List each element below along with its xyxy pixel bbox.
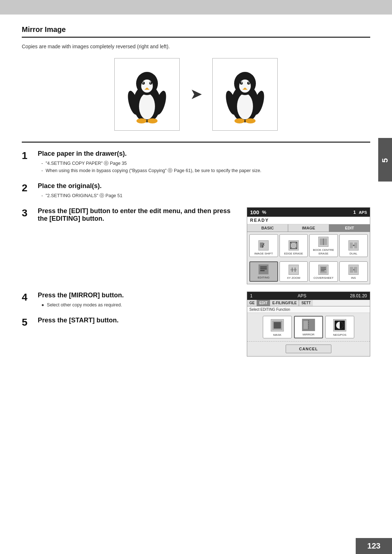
ui-percent: 100 (250, 209, 259, 215)
ui2-tab-efiling[interactable]: E-FILING/FILE (270, 300, 299, 306)
edge-erase-icon (289, 240, 299, 250)
ui-tab-basic[interactable]: BASIC (247, 224, 288, 232)
ui2-btn-mask-label: MASK (273, 333, 282, 337)
svg-rect-42 (350, 267, 353, 273)
mirror-arrow: ➤ (191, 87, 201, 102)
svg-point-25 (234, 118, 245, 123)
ui-panel-2-tabs: GE EDIT E-FILING/FILE SETT (247, 300, 370, 306)
ui2-tab-edit[interactable]: EDIT (257, 300, 270, 306)
svg-point-11 (136, 118, 147, 123)
ui2-btn-negpos-label: NEG/POS (333, 333, 346, 337)
step-1: 1 Place paper in the drawer(s). - "4.SET… (22, 150, 370, 174)
step-3: 3 Press the [EDIT] button to enter the e… (22, 207, 240, 225)
xy-zoom-icon (289, 265, 299, 275)
ui-btn-image-shift[interactable]: IMAGE SHIFT (249, 234, 278, 257)
ui2-tab-sett[interactable]: SETT (299, 300, 313, 306)
svg-rect-30 (324, 239, 327, 245)
steps-4-5-text: 4 Press the [MIRROR] button. ● Select ot… (22, 292, 240, 335)
ui-btn-book-centre-label: BOOK CENTRE ERASE (310, 248, 337, 255)
step-1-note-2: - When using this mode in bypass copying… (41, 167, 370, 174)
ui2-tab-ge[interactable]: GE (247, 300, 257, 306)
ui2-aps: APS (298, 293, 306, 298)
negpos-icon (333, 319, 346, 331)
svg-rect-33 (354, 243, 357, 248)
ui-tab-image[interactable]: IMAGE (288, 224, 329, 232)
step-4-number: 4 (22, 292, 33, 302)
svg-rect-45 (274, 322, 281, 329)
editing-icon (258, 264, 269, 274)
step-1-number: 1 (22, 151, 33, 161)
step-4-title: Press the [MIRROR] button. (38, 292, 240, 299)
ui2-btn-mirror[interactable]: MIRROR (294, 316, 323, 339)
ui-cancel-row: CANCEL (247, 341, 370, 356)
svg-rect-36 (260, 270, 265, 271)
main-content: Mirror Image Copies are made with images… (0, 15, 392, 367)
svg-point-18 (249, 82, 250, 83)
cancel-button[interactable]: CANCEL (286, 345, 331, 353)
step-2-number: 2 (22, 183, 33, 193)
penguin-original (114, 58, 180, 131)
ui-btn-xy-zoom-label: XY ZOOM (287, 276, 300, 280)
ui-btn-coversheet[interactable]: COVERSHEET (309, 261, 338, 282)
step-2-note-1: - "2.SETTING ORIGINALS" ⓞ Page 51 (41, 192, 370, 199)
ui-btn-book-centre[interactable]: BOOK CENTRE ERASE (309, 234, 338, 257)
step-5: 5 Press the [START] button. (22, 317, 240, 327)
side-tab-number: 5 (378, 138, 392, 182)
svg-rect-32 (350, 243, 353, 248)
svg-point-1 (139, 93, 155, 119)
ui-panel-2: 1 APS 28.01.20 GE EDIT E-FILING/FILE SET… (247, 292, 370, 357)
svg-point-16 (239, 80, 251, 93)
svg-point-14 (237, 93, 253, 119)
ui-btn-coversheet-label: COVERSHEET (314, 276, 334, 280)
ui-tab-edit[interactable]: EDIT (329, 224, 370, 232)
ui-btn-image-shift-label: IMAGE SHIFT (254, 252, 273, 256)
top-bar (0, 0, 392, 15)
ui-aps: APS (359, 210, 367, 215)
ui-btn-editing-label: EDITING (258, 276, 269, 280)
ui-btn-edge-erase-label: EDGE ERASE (284, 252, 303, 256)
step-3-text: Press the [EDIT] button to enter the edi… (38, 207, 240, 225)
ui-panel-1: 100 % 1 APS READY BASIC IMAGE EDIT (247, 207, 370, 284)
section-description: Copies are made with images completely r… (22, 44, 370, 49)
ui-buttons-grid-row1: IMAGE SHIFT EDGE ERASE BOOK CENTRE ERASE (247, 232, 370, 259)
mask-icon (271, 319, 284, 331)
ui-percent-sign: % (262, 209, 266, 215)
page-number: 123 (356, 538, 392, 554)
svg-point-5 (143, 82, 144, 83)
ui2-btn-mirror-label: MIRROR (303, 333, 314, 337)
image-shift-icon (258, 240, 269, 250)
ui2-btn-mask[interactable]: MASK (263, 316, 292, 339)
svg-rect-35 (260, 268, 267, 269)
ui2-buttons: MASK MIRROR NEG/POS (247, 313, 370, 342)
step-3-row: 3 Press the [EDIT] button to enter the e… (22, 207, 370, 284)
svg-point-7 (150, 82, 151, 83)
ui2-btn-negpos[interactable]: NEG/POS (325, 316, 354, 339)
ui-btn-dual[interactable]: DUAL (339, 234, 368, 257)
ui-btn-editing[interactable]: EDITING (249, 261, 278, 282)
svg-point-20 (241, 82, 242, 83)
ui-ready-text: READY (247, 217, 370, 224)
ui-btn-xy-zoom[interactable]: XY ZOOM (279, 261, 308, 282)
ui-btn-ins[interactable]: INS (339, 261, 368, 282)
dual-icon (348, 240, 359, 250)
illustration-area: ➤ (22, 58, 370, 131)
svg-point-3 (141, 80, 153, 93)
step-2-content: Place the original(s). - "2.SETTING ORIG… (38, 182, 370, 199)
svg-rect-40 (321, 269, 326, 270)
step-2: 2 Place the original(s). - "2.SETTING OR… (22, 182, 370, 199)
step-1-content: Place paper in the drawer(s). - "4.SETTI… (38, 150, 370, 174)
section-divider (22, 142, 370, 143)
section-title: Mirror Image (22, 25, 370, 38)
svg-rect-41 (321, 270, 324, 271)
step-4-note-1: ● Select other copy modes as required. (41, 301, 240, 309)
svg-rect-39 (321, 268, 326, 268)
ui-btn-edge-erase[interactable]: EDGE ERASE (279, 234, 308, 257)
step-4: 4 Press the [MIRROR] button. ● Select ot… (22, 292, 240, 309)
page-container: 5 Mirror Image Copies are made with imag… (0, 0, 392, 554)
svg-rect-37 (290, 269, 297, 270)
step-5-content: Press the [START] button. (38, 317, 240, 326)
step-3-title: Press the [EDIT] button to enter the edi… (38, 207, 240, 223)
step-3-content: 3 Press the [EDIT] button to enter the e… (22, 207, 240, 225)
step-1-title: Place paper in the drawer(s). (38, 150, 370, 158)
mirror-icon (302, 319, 315, 331)
